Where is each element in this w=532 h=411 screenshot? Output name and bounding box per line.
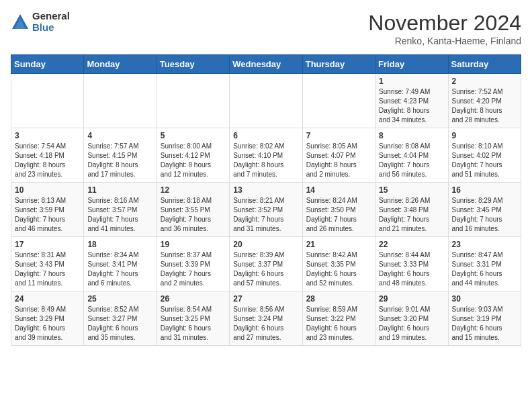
day-info: Sunrise: 8:42 AM Sunset: 3:35 PM Dayligh… — [306, 250, 371, 288]
day-number: 18 — [87, 240, 152, 249]
day-cell: 23Sunrise: 8:47 AM Sunset: 3:31 PM Dayli… — [448, 237, 521, 291]
day-number: 12 — [161, 185, 226, 195]
day-number: 24 — [15, 294, 80, 304]
day-info: Sunrise: 8:47 AM Sunset: 3:31 PM Dayligh… — [452, 250, 517, 288]
day-number: 10 — [15, 185, 80, 195]
day-number: 23 — [452, 240, 517, 249]
day-cell: 17Sunrise: 8:31 AM Sunset: 3:43 PM Dayli… — [11, 237, 84, 291]
week-row-4: 17Sunrise: 8:31 AM Sunset: 3:43 PM Dayli… — [11, 237, 521, 291]
day-info: Sunrise: 8:56 AM Sunset: 3:24 PM Dayligh… — [233, 305, 298, 342]
day-cell: 3Sunrise: 7:54 AM Sunset: 4:18 PM Daylig… — [11, 128, 84, 183]
logo-blue-text: Blue — [32, 22, 70, 34]
day-number: 8 — [379, 131, 444, 140]
week-row-3: 10Sunrise: 8:13 AM Sunset: 3:59 PM Dayli… — [11, 183, 521, 237]
day-number: 29 — [379, 294, 444, 304]
day-number: 11 — [87, 185, 152, 195]
day-cell: 29Sunrise: 9:01 AM Sunset: 3:20 PM Dayli… — [375, 291, 448, 346]
day-cell: 2Sunrise: 7:52 AM Sunset: 4:20 PM Daylig… — [448, 74, 521, 128]
day-info: Sunrise: 8:26 AM Sunset: 3:48 PM Dayligh… — [379, 196, 444, 234]
day-info: Sunrise: 8:52 AM Sunset: 3:27 PM Dayligh… — [87, 305, 152, 342]
day-cell: 25Sunrise: 8:52 AM Sunset: 3:27 PM Dayli… — [84, 291, 157, 346]
logo: General Blue — [11, 11, 70, 33]
day-number: 5 — [161, 131, 226, 140]
day-cell: 19Sunrise: 8:37 AM Sunset: 3:39 PM Dayli… — [157, 237, 229, 291]
location-title: Renko, Kanta-Haeme, Finland — [368, 36, 521, 46]
day-info: Sunrise: 8:39 AM Sunset: 3:37 PM Dayligh… — [233, 250, 298, 288]
day-info: Sunrise: 8:34 AM Sunset: 3:41 PM Dayligh… — [87, 250, 152, 288]
day-number: 9 — [452, 131, 517, 140]
day-number: 17 — [15, 240, 80, 249]
day-number: 7 — [306, 131, 371, 140]
day-info: Sunrise: 8:08 AM Sunset: 4:04 PM Dayligh… — [379, 142, 444, 179]
day-number: 14 — [306, 185, 371, 195]
day-cell: 9Sunrise: 8:10 AM Sunset: 4:02 PM Daylig… — [448, 128, 521, 183]
logo-text: General Blue — [32, 11, 70, 33]
day-cell: 1Sunrise: 7:49 AM Sunset: 4:23 PM Daylig… — [375, 74, 448, 128]
title-section: November 2024 Renko, Kanta-Haeme, Finlan… — [368, 11, 521, 46]
day-info: Sunrise: 8:29 AM Sunset: 3:45 PM Dayligh… — [452, 196, 517, 234]
day-info: Sunrise: 8:59 AM Sunset: 3:22 PM Dayligh… — [306, 305, 371, 342]
day-info: Sunrise: 8:16 AM Sunset: 3:57 PM Dayligh… — [87, 196, 152, 234]
day-number: 16 — [452, 185, 517, 195]
logo-icon — [11, 13, 30, 32]
day-info: Sunrise: 8:21 AM Sunset: 3:52 PM Dayligh… — [233, 196, 298, 234]
day-number: 6 — [233, 131, 298, 140]
day-info: Sunrise: 8:18 AM Sunset: 3:55 PM Dayligh… — [161, 196, 226, 234]
calendar-table: SundayMondayTuesdayWednesdayThursdayFrid… — [11, 54, 521, 346]
day-info: Sunrise: 7:52 AM Sunset: 4:20 PM Dayligh… — [452, 87, 517, 125]
day-cell: 13Sunrise: 8:21 AM Sunset: 3:52 PM Dayli… — [230, 183, 302, 237]
day-number: 26 — [161, 294, 226, 304]
weekday-header-friday: Friday — [375, 55, 448, 74]
day-cell: 14Sunrise: 8:24 AM Sunset: 3:50 PM Dayli… — [302, 183, 375, 237]
week-row-5: 24Sunrise: 8:49 AM Sunset: 3:29 PM Dayli… — [11, 291, 521, 346]
weekday-header-sunday: Sunday — [11, 55, 84, 74]
day-cell: 21Sunrise: 8:42 AM Sunset: 3:35 PM Dayli… — [302, 237, 375, 291]
day-info: Sunrise: 8:37 AM Sunset: 3:39 PM Dayligh… — [161, 250, 226, 288]
day-cell — [230, 74, 302, 128]
header: General Blue November 2024 Renko, Kanta-… — [11, 11, 521, 46]
day-number: 19 — [161, 240, 226, 249]
day-cell: 12Sunrise: 8:18 AM Sunset: 3:55 PM Dayli… — [157, 183, 229, 237]
day-info: Sunrise: 8:02 AM Sunset: 4:10 PM Dayligh… — [233, 142, 298, 179]
week-row-2: 3Sunrise: 7:54 AM Sunset: 4:18 PM Daylig… — [11, 128, 521, 183]
day-cell: 22Sunrise: 8:44 AM Sunset: 3:33 PM Dayli… — [375, 237, 448, 291]
day-info: Sunrise: 8:54 AM Sunset: 3:25 PM Dayligh… — [161, 305, 226, 342]
day-cell: 11Sunrise: 8:16 AM Sunset: 3:57 PM Dayli… — [84, 183, 157, 237]
day-cell: 24Sunrise: 8:49 AM Sunset: 3:29 PM Dayli… — [11, 291, 84, 346]
day-info: Sunrise: 7:54 AM Sunset: 4:18 PM Dayligh… — [15, 142, 80, 179]
day-cell: 10Sunrise: 8:13 AM Sunset: 3:59 PM Dayli… — [11, 183, 84, 237]
day-cell: 28Sunrise: 8:59 AM Sunset: 3:22 PM Dayli… — [302, 291, 375, 346]
day-number: 13 — [233, 185, 298, 195]
day-info: Sunrise: 8:44 AM Sunset: 3:33 PM Dayligh… — [379, 250, 444, 288]
day-info: Sunrise: 7:57 AM Sunset: 4:15 PM Dayligh… — [87, 142, 152, 179]
day-number: 25 — [87, 294, 152, 304]
day-number: 20 — [233, 240, 298, 249]
day-info: Sunrise: 8:24 AM Sunset: 3:50 PM Dayligh… — [306, 196, 371, 234]
day-cell: 15Sunrise: 8:26 AM Sunset: 3:48 PM Dayli… — [375, 183, 448, 237]
day-info: Sunrise: 8:13 AM Sunset: 3:59 PM Dayligh… — [15, 196, 80, 234]
day-cell: 30Sunrise: 9:03 AM Sunset: 3:19 PM Dayli… — [448, 291, 521, 346]
weekday-header-row: SundayMondayTuesdayWednesdayThursdayFrid… — [11, 55, 521, 74]
day-number: 27 — [233, 294, 298, 304]
day-number: 30 — [452, 294, 517, 304]
day-number: 15 — [379, 185, 444, 195]
week-row-1: 1Sunrise: 7:49 AM Sunset: 4:23 PM Daylig… — [11, 74, 521, 128]
day-number: 21 — [306, 240, 371, 249]
day-info: Sunrise: 8:00 AM Sunset: 4:12 PM Dayligh… — [161, 142, 226, 179]
day-cell — [84, 74, 157, 128]
weekday-header-wednesday: Wednesday — [230, 55, 302, 74]
day-cell: 26Sunrise: 8:54 AM Sunset: 3:25 PM Dayli… — [157, 291, 229, 346]
month-title: November 2024 — [368, 11, 521, 36]
weekday-header-monday: Monday — [84, 55, 157, 74]
day-cell — [302, 74, 375, 128]
day-info: Sunrise: 8:05 AM Sunset: 4:07 PM Dayligh… — [306, 142, 371, 179]
day-cell: 8Sunrise: 8:08 AM Sunset: 4:04 PM Daylig… — [375, 128, 448, 183]
day-cell — [157, 74, 229, 128]
weekday-header-thursday: Thursday — [302, 55, 375, 74]
day-cell: 18Sunrise: 8:34 AM Sunset: 3:41 PM Dayli… — [84, 237, 157, 291]
day-number: 1 — [379, 77, 444, 86]
day-info: Sunrise: 9:03 AM Sunset: 3:19 PM Dayligh… — [452, 305, 517, 342]
day-cell: 5Sunrise: 8:00 AM Sunset: 4:12 PM Daylig… — [157, 128, 229, 183]
day-cell — [11, 74, 84, 128]
day-number: 22 — [379, 240, 444, 249]
